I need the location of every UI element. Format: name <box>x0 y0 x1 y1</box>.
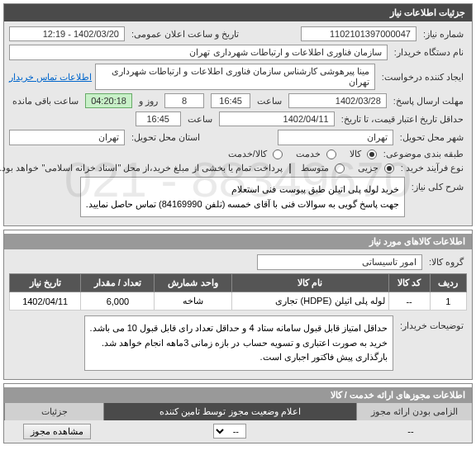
group-label: گروه کالا: <box>426 257 467 268</box>
required-cell: -- <box>353 426 469 436</box>
view-permit-button[interactable]: مشاهده مجوز <box>23 424 91 439</box>
th-unit: واحد شمارش <box>155 274 231 292</box>
need-details-panel: جزئیات اطلاعات نیاز شماره نیاز: 11021013… <box>3 3 473 226</box>
radio-goods[interactable] <box>367 149 377 159</box>
delivery-province: تهران <box>9 130 125 145</box>
need-number-label: شماره نیاز: <box>420 29 467 40</box>
description-line2: جهت پاسخ گویی به سوالات فنی با آقای خمسه… <box>86 197 399 212</box>
td-code: -- <box>388 292 430 311</box>
description-line1: خرید لوله پلی اتیلن طبق پیوست فنی استعلا… <box>86 183 399 197</box>
notes-line3: بارگذاری پیش فاکتور اجباری است. <box>90 350 388 365</box>
panel1-title: جزئیات اطلاعات نیاز <box>4 4 472 21</box>
delivery-city: تهران <box>278 130 393 145</box>
goods-info-panel: اطلاعات کالاهای مورد نیاز گروه کالا: امو… <box>3 230 473 380</box>
deadline-label: مهلت ارسال پاسخ: <box>390 96 467 107</box>
need-number-value: 1102101397000047 <box>301 26 416 41</box>
deadline-date: 1402/03/28 <box>288 93 387 108</box>
status-select[interactable]: -- <box>213 424 246 439</box>
credit-date: 1402/04/11 <box>219 111 335 126</box>
buyer-label: نام دستگاه خریدار: <box>391 47 467 58</box>
subject-class-label: طبقه بندی موضوعی: <box>380 149 467 159</box>
description-label: شرح کلی نیاز: <box>408 177 467 192</box>
days-remaining: 8 <box>164 93 204 108</box>
th-qty: تعداد / مقدار <box>81 274 155 292</box>
panel3-title: اطلاعات مجوزهای ارائه خدمت / کالا <box>4 387 472 403</box>
radio-minor-label: جزیی <box>355 163 382 173</box>
remaining-label: ساعت باقی مانده <box>9 96 82 107</box>
buyer-contact-link[interactable]: اطلاعات تماس خریدار <box>9 72 92 83</box>
td-name: لوله پلی اتیلن (HDPE) تجاری <box>231 292 388 311</box>
islamic-note: پرداخت تمام یا بخشی از مبلغ خرید،از محل … <box>0 163 286 173</box>
goods-table: ردیف کد کالا نام کالا واحد شمارش تعداد /… <box>9 273 467 311</box>
radio-service-label: خدمت <box>293 149 324 159</box>
permits-header-row: الزامی بودن ارائه مجوز اعلام وضعیت مجوز … <box>4 403 472 420</box>
deadline-time: 16:45 <box>211 93 250 108</box>
subject-class-group: کالا خدمت کالا/خدمت <box>225 149 377 159</box>
th-name: نام کالا <box>231 274 388 292</box>
islamic-treasury-checkbox[interactable] <box>289 164 291 173</box>
purchase-type-group: جزیی متوسط <box>298 163 394 173</box>
credit-label: حداقل تاریخ اعتبار قیمت، تا تاریخ: <box>338 114 467 125</box>
panel2-title: اطلاعات کالاهای مورد نیاز <box>4 234 472 249</box>
radio-medium-label: متوسط <box>298 163 332 173</box>
radio-medium[interactable] <box>335 164 345 173</box>
col-details: جزئیات <box>4 403 103 420</box>
th-code: کد کالا <box>388 274 430 292</box>
td-qty: 6,000 <box>81 292 155 311</box>
radio-both[interactable] <box>273 149 283 159</box>
description-box: خرید لوله پلی اتیلن طبق پیوست فنی استعلا… <box>80 177 405 217</box>
days-label: روز و <box>136 96 161 107</box>
requester-label: ایجاد کننده درخواست: <box>378 72 467 83</box>
purchase-type-label: نوع فرآیند خرید : <box>397 163 467 173</box>
announce-value: 1402/03/20 - 12:19 <box>9 26 125 41</box>
announce-label: تاریخ و ساعت اعلان عمومی: <box>128 29 242 40</box>
delivery-city-label: شهر محل تحویل: <box>397 132 467 143</box>
td-unit: شاخه <box>155 292 231 311</box>
credit-time: 16:45 <box>136 111 181 126</box>
td-row: 1 <box>430 292 466 311</box>
th-row: ردیف <box>430 274 466 292</box>
notes-label: توضیحات خریدار: <box>397 315 467 331</box>
radio-minor[interactable] <box>384 164 394 173</box>
col-required: الزامی بودن ارائه مجوز <box>356 403 472 420</box>
table-row: 1 -- لوله پلی اتیلن (HDPE) تجاری شاخه 6,… <box>10 292 467 311</box>
radio-both-label: کالا/خدمت <box>225 149 270 159</box>
requester-value: مینا پیرهوشی کارشناس سازمان فناوری اطلاع… <box>95 64 375 90</box>
radio-service[interactable] <box>326 149 336 159</box>
td-date: 1402/04/11 <box>10 292 81 311</box>
permits-panel: اطلاعات مجوزهای ارائه خدمت / کالا الزامی… <box>3 383 473 443</box>
time-label-2: ساعت <box>184 114 216 125</box>
group-value: امور تاسیساتی <box>257 254 422 270</box>
notes-line1: حداقل امتیاز قابل قبول سامانه ستاد 4 و ح… <box>90 321 388 336</box>
time-label-1: ساعت <box>254 96 285 107</box>
delivery-province-label: استان محل تحویل: <box>128 132 203 143</box>
col-declare: اعلام وضعیت مجوز توسط تامین کننده <box>103 403 356 420</box>
notes-line2: خرید به صورت اعتباری و تسویه حساب در باز… <box>90 336 388 351</box>
buyer-value: سازمان فناوری اطلاعات و ارتباطات شهرداری… <box>9 45 388 60</box>
notes-box: حداقل امتیاز قابل قبول سامانه ستاد 4 و ح… <box>84 315 393 371</box>
th-date: تاریخ نیاز <box>10 274 81 292</box>
time-remaining: 04:20:18 <box>85 93 132 108</box>
radio-goods-label: کالا <box>346 149 364 159</box>
